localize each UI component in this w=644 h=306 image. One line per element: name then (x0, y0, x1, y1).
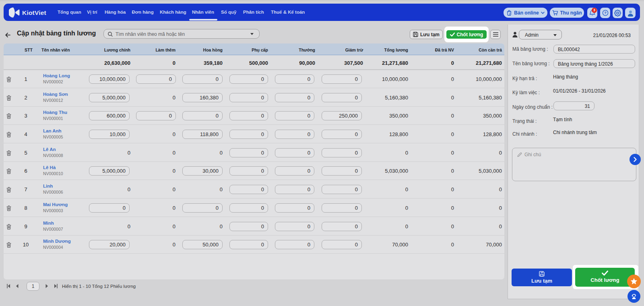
svg-text:?: ? (604, 10, 607, 15)
